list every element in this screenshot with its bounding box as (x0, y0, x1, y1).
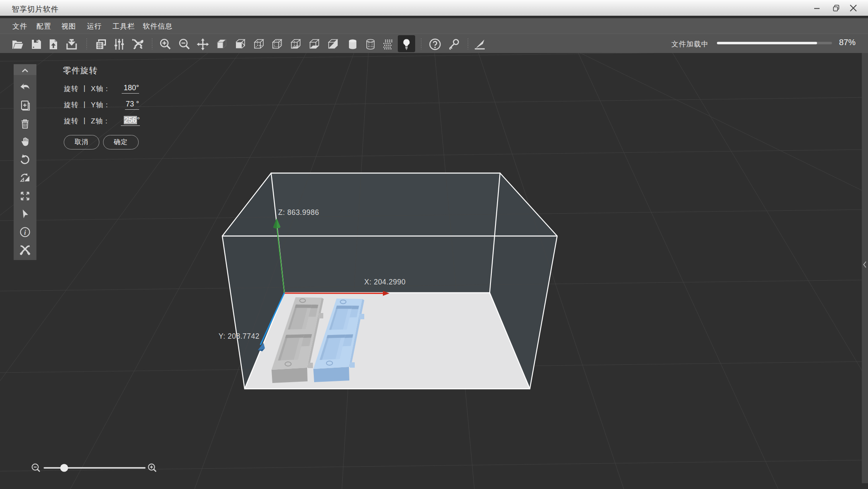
svg-text:Y: 208.7742: Y: 208.7742 (219, 332, 260, 340)
svg-text:i: i (24, 229, 26, 236)
svg-text:X: 204.2990: X: 204.2990 (364, 278, 406, 286)
svg-text:Z: 863.9986: Z: 863.9986 (278, 208, 319, 217)
